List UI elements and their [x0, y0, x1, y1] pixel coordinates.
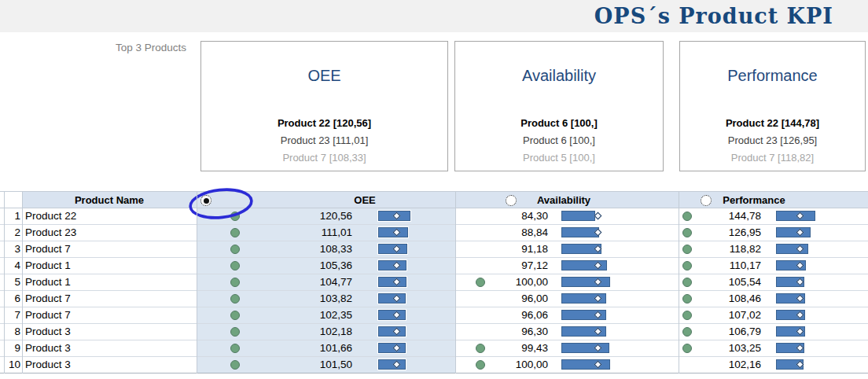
oee-status-dot-icon: [230, 228, 240, 237]
title-bar: OPS´s Product KPI: [0, 0, 868, 32]
oee-value-cell[interactable]: 111,01: [281, 225, 352, 241]
availability-value-cell[interactable]: 97,12: [477, 258, 548, 274]
table-row: 2 Product 23 111,01 88,84 126,95: [0, 225, 868, 241]
performance-value-cell[interactable]: 103,25: [690, 340, 761, 356]
top2-product: Product 23 [126,95]: [680, 132, 865, 149]
availability-value-cell[interactable]: 96,06: [477, 307, 548, 323]
top3-product: Product 7 [118,82]: [680, 149, 865, 167]
grid-vline: [197, 191, 197, 373]
row-number-cell[interactable]: 5: [0, 274, 20, 290]
performance-value-cell[interactable]: 105,54: [690, 274, 761, 290]
row-number-cell[interactable]: 9: [0, 340, 20, 356]
kpi-card-top3-list: Product 6 [100,] Product 6 [100,] Produc…: [455, 115, 663, 167]
oee-status-dot-icon: [230, 311, 240, 320]
grid-vline: [22, 191, 23, 373]
product-name-cell[interactable]: Product 3: [25, 340, 190, 356]
performance-value-cell[interactable]: 106,79: [690, 324, 761, 340]
oee-value-cell[interactable]: 105,36: [281, 258, 352, 274]
oee-sort-target-icon[interactable]: [200, 195, 211, 206]
row-number-cell[interactable]: 7: [0, 307, 20, 323]
availability-value-cell[interactable]: 96,00: [477, 291, 548, 307]
availability-databar: [561, 359, 610, 370]
kpi-card[interactable]: Availability Product 6 [100,] Product 6 …: [454, 41, 664, 171]
availability-marker-diamond-icon: [594, 212, 602, 220]
product-name-cell[interactable]: Product 7: [25, 307, 190, 323]
top1-product: Product 22 [144,78]: [680, 115, 865, 132]
top1-product: Product 6 [100,]: [455, 115, 663, 132]
availability-value-cell[interactable]: 100,00: [477, 357, 548, 373]
oee-status-dot-icon: [230, 245, 240, 254]
kpi-card[interactable]: OEE Product 22 [120,56] Product 23 [111,…: [200, 41, 448, 171]
product-name-cell[interactable]: Product 1: [25, 274, 190, 290]
column-header-oee[interactable]: OEE: [306, 192, 424, 208]
page-title: OPS´s Product KPI: [594, 0, 833, 32]
product-name-cell[interactable]: Product 22: [25, 208, 190, 224]
oee-status-dot-icon: [230, 294, 240, 304]
oee-status-dot-icon: [230, 261, 240, 270]
top3-product: Product 5 [100,]: [455, 149, 663, 167]
availability-databar: [561, 343, 609, 353]
performance-value-cell[interactable]: 102,16: [690, 357, 761, 373]
oee-value-cell[interactable]: 102,35: [281, 307, 352, 323]
row-number-cell[interactable]: 10: [0, 357, 20, 373]
performance-value-cell[interactable]: 144,78: [690, 208, 761, 224]
performance-value-cell[interactable]: 107,02: [690, 307, 761, 323]
oee-status-dot-icon: [230, 212, 240, 221]
table-row: 8 Product 3 102,18 96,30 106,79: [0, 324, 868, 340]
kpi-card-title: Performance: [680, 67, 865, 85]
availability-value-cell[interactable]: 99,43: [477, 340, 548, 356]
table-row: 6 Product 7 103,82 96,00 108,46: [0, 291, 868, 307]
product-name-cell[interactable]: Product 3: [25, 324, 190, 340]
table-row: 5 Product 1 104,77 100,00 105,54: [0, 274, 868, 291]
availability-value-cell[interactable]: 84,30: [477, 208, 548, 224]
top3-products-label: Top 3 Products: [116, 42, 186, 53]
table-row: 4 Product 1 105,36 97,12 110,17: [0, 258, 868, 274]
table-row: 10 Product 3 101,50 100,00 102,16: [0, 357, 868, 373]
oee-value-cell[interactable]: 103,82: [281, 291, 352, 307]
performance-value-cell[interactable]: 110,17: [690, 258, 761, 274]
oee-value-cell[interactable]: 108,33: [281, 241, 352, 257]
oee-databar: [378, 359, 406, 370]
availability-value-cell[interactable]: 96,30: [477, 324, 548, 340]
oee-status-dot-icon: [230, 344, 240, 353]
kpi-card[interactable]: Performance Product 22 [144,78] Product …: [679, 41, 866, 171]
row-number-cell[interactable]: 1: [0, 208, 20, 224]
performance-value-cell[interactable]: 108,46: [690, 291, 761, 307]
oee-value-cell[interactable]: 101,50: [281, 357, 352, 373]
oee-databar: [378, 310, 406, 320]
row-number-cell[interactable]: 4: [0, 258, 20, 274]
row-number-cell[interactable]: 2: [0, 225, 20, 241]
performance-value-cell[interactable]: 126,95: [690, 225, 761, 241]
oee-value-cell[interactable]: 104,77: [281, 274, 352, 290]
kpi-card-title: OEE: [201, 67, 447, 85]
product-name-cell[interactable]: Product 3: [25, 357, 190, 373]
product-name-cell[interactable]: Product 7: [25, 241, 190, 257]
availability-databar: [561, 211, 595, 221]
product-name-cell[interactable]: Product 7: [25, 291, 190, 307]
top1-product: Product 22 [120,56]: [201, 115, 447, 132]
column-header-performance[interactable]: Performance: [695, 192, 813, 208]
oee-value-cell[interactable]: 101,66: [281, 340, 352, 356]
product-name-cell[interactable]: Product 1: [25, 258, 190, 274]
column-header-product-name[interactable]: Product Name: [22, 192, 197, 208]
top2-product: Product 23 [111,01]: [201, 132, 447, 149]
product-kpi-table: Product Name OEE Availability Performanc…: [0, 191, 868, 374]
table-row: 9 Product 3 101,66 99,43 103,25: [0, 340, 868, 357]
availability-value-cell[interactable]: 91,18: [477, 241, 548, 257]
availability-value-cell[interactable]: 100,00: [477, 274, 548, 290]
availability-value-cell[interactable]: 88,84: [477, 225, 548, 241]
row-number-cell[interactable]: 6: [0, 291, 20, 307]
kpi-card-title: Availability: [455, 67, 663, 85]
oee-value-cell[interactable]: 120,56: [281, 208, 352, 224]
performance-value-cell[interactable]: 118,82: [690, 241, 761, 257]
top2-product: Product 6 [100,]: [455, 132, 663, 149]
row-number-cell[interactable]: 3: [0, 241, 20, 257]
column-header-availability[interactable]: Availability: [505, 192, 623, 208]
row-number-cell[interactable]: 8: [0, 324, 20, 340]
oee-status-dot-icon: [230, 278, 240, 287]
product-name-cell[interactable]: Product 23: [25, 225, 190, 241]
table-row: 7 Product 7 102,35 96,06 107,02: [0, 307, 868, 324]
top3-product: Product 7 [108,33]: [201, 149, 447, 167]
grid-vline: [455, 191, 456, 373]
oee-value-cell[interactable]: 102,18: [281, 324, 352, 340]
